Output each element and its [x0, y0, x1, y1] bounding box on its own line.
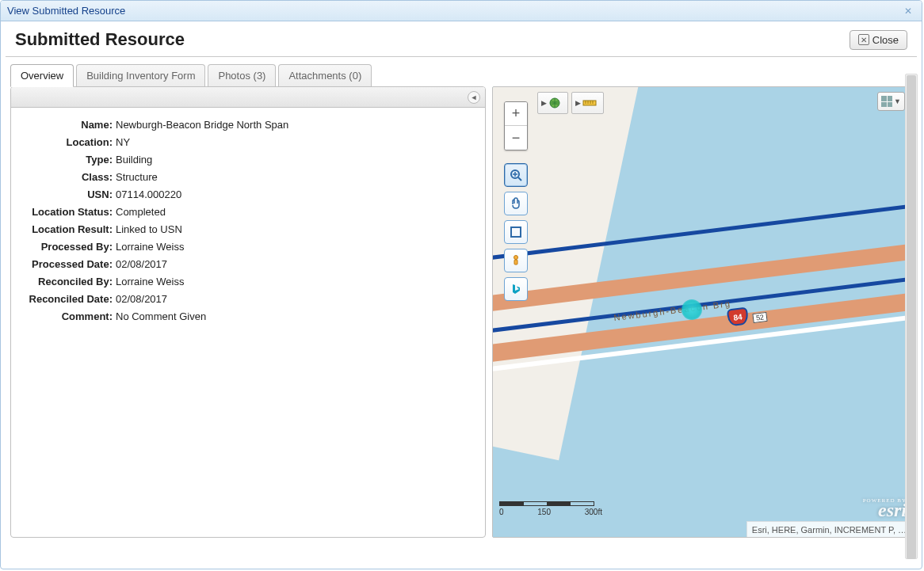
- map-attribution: Esri, HERE, Garmin, INCREMENT P, …: [746, 521, 911, 537]
- pegman-icon: [510, 254, 522, 267]
- esri-logo: POWERED BY esri: [863, 497, 907, 520]
- window-title: View Submitted Resource: [7, 5, 125, 17]
- field-comment: Comment:No Comment Given: [19, 309, 477, 325]
- scale-bar: 0 150 300ft: [499, 501, 602, 516]
- route-shield-icon: 52: [752, 312, 767, 323]
- svg-point-5: [514, 256, 518, 260]
- page-title: Submitted Resource: [15, 29, 185, 50]
- field-reconciled-date: Reconciled Date:02/08/2017: [19, 291, 477, 307]
- field-reconciled-by: Reconciled By:Lorraine Weiss: [19, 274, 477, 290]
- tab-photos[interactable]: Photos (3): [208, 64, 276, 87]
- tab-attachments[interactable]: Attachments (0): [278, 64, 372, 87]
- zoom-in-button[interactable]: +: [505, 102, 527, 126]
- field-processed-by: Processed By:Lorraine Weiss: [19, 239, 477, 255]
- basemap-grid-icon: [881, 96, 892, 107]
- locate-menu-button[interactable]: ▶: [537, 92, 568, 114]
- minus-icon: −: [512, 130, 521, 146]
- ruler-icon: [582, 97, 597, 108]
- close-icon: ✕: [858, 34, 869, 45]
- svg-line-1: [518, 177, 521, 181]
- overview-panel: ◄ Name:Newburgh-Beacon Bridge North Span…: [10, 86, 486, 538]
- zoom-rectangle-tool[interactable]: [504, 163, 528, 187]
- close-button[interactable]: ✕ Close: [850, 30, 907, 50]
- field-processed-date: Processed Date:02/08/2017: [19, 257, 477, 272]
- modal-window: View Submitted Resource ✕ Submitted Reso…: [0, 0, 922, 569]
- plus-icon: +: [512, 105, 521, 121]
- map-top-toolbar: ▶ ▶: [537, 92, 604, 114]
- globe-icon: [548, 97, 561, 109]
- titlebar-close-icon[interactable]: ✕: [901, 6, 915, 17]
- svg-rect-4: [511, 227, 521, 237]
- field-usn: USN:07114.000220: [19, 187, 477, 203]
- tab-overview[interactable]: Overview: [10, 64, 74, 87]
- measure-menu-button[interactable]: ▶: [571, 92, 604, 114]
- bing-tool[interactable]: [504, 277, 528, 301]
- content-area: ◄ Name:Newburgh-Beacon Bridge North Span…: [1, 86, 922, 547]
- bing-icon: [510, 283, 522, 295]
- field-name: Name:Newburgh-Beacon Bridge North Span: [19, 117, 477, 133]
- field-location-result: Location Result:Linked to USN: [19, 222, 477, 238]
- panel-header: ◄: [11, 87, 485, 108]
- caret-right-icon: ▶: [575, 99, 581, 107]
- magnifier-plus-icon: [510, 169, 522, 181]
- interstate-shield-icon: 84: [727, 306, 749, 326]
- extent-icon: [510, 226, 522, 238]
- chevron-down-icon: ▼: [894, 97, 901, 105]
- field-location-status: Location Status:Completed: [19, 204, 477, 220]
- svg-rect-8: [583, 101, 596, 105]
- scrollbar-thumb[interactable]: [907, 75, 916, 559]
- streetview-tool[interactable]: [504, 249, 528, 272]
- map-tools: [504, 163, 528, 301]
- field-type: Type:Building: [19, 152, 477, 168]
- tab-building-inventory-form[interactable]: Building Inventory Form: [76, 64, 205, 87]
- zoom-controls: + −: [504, 101, 528, 150]
- close-button-label: Close: [872, 34, 899, 46]
- pan-tool[interactable]: [504, 192, 528, 215]
- hand-icon: [510, 197, 522, 210]
- header: Submitted Resource ✕ Close: [6, 21, 917, 57]
- caret-right-icon: ▶: [541, 99, 547, 107]
- titlebar: View Submitted Resource ✕: [1, 1, 922, 21]
- tabs: Overview Building Inventory Form Photos …: [1, 57, 922, 86]
- chevron-left-icon: ◄: [471, 93, 478, 101]
- collapse-panel-button[interactable]: ◄: [468, 91, 480, 104]
- map-panel[interactable]: Newburgh-Beacon Brg 84 52 + −: [492, 86, 912, 538]
- overview-fields: Name:Newburgh-Beacon Bridge North Span L…: [11, 108, 485, 336]
- vertical-scrollbar[interactable]: [905, 74, 918, 559]
- map-surface[interactable]: Newburgh-Beacon Brg 84 52: [493, 87, 911, 537]
- basemap-switcher[interactable]: ▼: [877, 92, 905, 111]
- map-route-shields: 84 52: [727, 308, 767, 325]
- zoom-out-button[interactable]: −: [505, 126, 527, 150]
- field-class: Class:Structure: [19, 169, 477, 185]
- field-location: Location:NY: [19, 135, 477, 150]
- full-extent-tool[interactable]: [504, 220, 528, 244]
- map-feature-marker[interactable]: [682, 299, 702, 320]
- svg-rect-6: [514, 260, 517, 265]
